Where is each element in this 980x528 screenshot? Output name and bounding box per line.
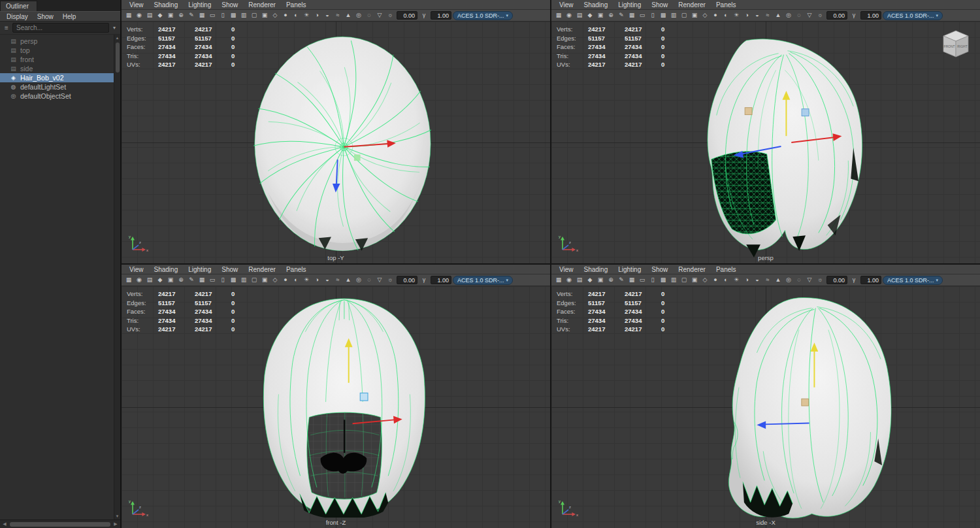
outliner-item[interactable]: ▤ front: [0, 55, 114, 64]
exposure-icon[interactable]: ☼: [385, 275, 395, 285]
viewport-menu-item[interactable]: Panels: [281, 266, 312, 273]
safe-title-icon[interactable]: ▣: [690, 275, 700, 285]
shaded-mode-icon[interactable]: ●: [281, 10, 291, 20]
exposure-field[interactable]: 0.00: [397, 11, 417, 20]
textured-mode-icon[interactable]: ◐: [721, 275, 731, 285]
select-camera-icon[interactable]: ▦: [554, 275, 564, 285]
x-ray-icon[interactable]: ▽: [375, 10, 385, 20]
gamma-field[interactable]: 1.00: [860, 276, 881, 284]
grease-pencil-icon[interactable]: ✎: [617, 275, 627, 285]
scrollbar-thumb[interactable]: [10, 522, 110, 527]
outliner-horizontal-scrollbar[interactable]: ◀ ▶: [0, 520, 120, 528]
film-gate-icon[interactable]: ▭: [208, 10, 218, 20]
camera-attributes-icon[interactable]: ▤: [575, 10, 585, 20]
viewport-canvas[interactable]: Verts: 24217 24217 0 Edges: 51157 51157 …: [551, 286, 980, 528]
exposure-icon[interactable]: ☼: [815, 275, 825, 285]
select-camera-icon[interactable]: ▦: [124, 10, 134, 20]
gamma-icon[interactable]: γ: [419, 275, 429, 285]
exposure-icon[interactable]: ☼: [385, 10, 395, 20]
safe-action-icon[interactable]: ▢: [679, 275, 689, 285]
viewport-menu-item[interactable]: Shading: [579, 1, 613, 8]
viewport-canvas[interactable]: Verts: 24217 24217 0 Edges: 51157 51157 …: [122, 286, 550, 528]
viewport-menu-item[interactable]: Renderer: [243, 266, 281, 273]
grease-pencil-icon[interactable]: ✎: [187, 10, 197, 20]
two-d-pan-zoom-icon[interactable]: ⊕: [606, 275, 616, 285]
safe-action-icon[interactable]: ▢: [679, 10, 689, 20]
outliner-menu-item[interactable]: Help: [58, 13, 81, 20]
film-gate-icon[interactable]: ▭: [638, 10, 647, 20]
image-plane-icon[interactable]: ▣: [596, 275, 606, 285]
two-d-pan-zoom-icon[interactable]: ⊕: [606, 10, 616, 20]
gamma-icon[interactable]: γ: [849, 10, 859, 20]
two-d-pan-zoom-icon[interactable]: ⊕: [176, 275, 186, 285]
textured-mode-icon[interactable]: ◐: [291, 275, 301, 285]
textured-mode-icon[interactable]: ◐: [291, 10, 301, 20]
viewport-menu-item[interactable]: Shading: [579, 266, 613, 273]
lock-camera-icon[interactable]: ◉: [564, 10, 574, 20]
ambient-occlusion-icon[interactable]: ◒: [753, 275, 762, 285]
viewport-menu-item[interactable]: Renderer: [243, 1, 281, 8]
shaded-mode-icon[interactable]: ●: [281, 275, 291, 285]
bookmark-icon[interactable]: ◆: [585, 10, 595, 20]
outliner-item[interactable]: ◎ defaultObjectSet: [0, 91, 114, 101]
scrollbar-thumb[interactable]: [116, 42, 120, 73]
grid-toggle-icon[interactable]: ▦: [197, 10, 207, 20]
viewport-menu-item[interactable]: View: [124, 1, 149, 8]
gate-mask-icon[interactable]: ▩: [229, 275, 238, 285]
motion-blur-icon[interactable]: ≈: [763, 275, 773, 285]
viewport-canvas[interactable]: Verts: 24217 24217 0 Edges: 51157 51157 …: [122, 22, 550, 263]
use-all-lights-icon[interactable]: ☀: [732, 275, 742, 285]
wireframe-icon[interactable]: ◇: [700, 275, 710, 285]
chevron-down-icon[interactable]: ▾: [111, 25, 118, 31]
scroll-down-icon[interactable]: ▼: [116, 513, 120, 520]
viewport-menu-item[interactable]: Panels: [711, 266, 742, 273]
shadows-icon[interactable]: ◑: [312, 275, 322, 285]
use-all-lights-icon[interactable]: ☀: [732, 10, 742, 20]
viewport-menu-item[interactable]: Show: [646, 1, 673, 8]
outliner-item[interactable]: ▤ persp: [0, 37, 114, 46]
grid-toggle-icon[interactable]: ▦: [627, 10, 637, 20]
viewport-menu-item[interactable]: Panels: [711, 1, 742, 8]
viewport-menu-item[interactable]: Shading: [149, 266, 184, 273]
isolate-select-icon[interactable]: ◌: [365, 10, 374, 20]
film-gate-icon[interactable]: ▭: [208, 275, 218, 285]
two-d-pan-zoom-icon[interactable]: ⊕: [176, 10, 186, 20]
exposure-icon[interactable]: ☼: [815, 10, 825, 20]
wireframe-icon[interactable]: ◇: [270, 275, 280, 285]
wireframe-icon[interactable]: ◇: [270, 10, 280, 20]
anti-aliasing-icon[interactable]: ▲: [344, 10, 353, 20]
viewport-menu-item[interactable]: Show: [216, 1, 243, 8]
x-ray-icon[interactable]: ▽: [375, 275, 385, 285]
viewport-menu-item[interactable]: Shading: [149, 1, 184, 8]
anti-aliasing-icon[interactable]: ▲: [774, 275, 783, 285]
field-chart-icon[interactable]: ▥: [239, 275, 249, 285]
field-chart-icon[interactable]: ▥: [239, 10, 249, 20]
resolution-gate-icon[interactable]: ▯: [648, 10, 658, 20]
gate-mask-icon[interactable]: ▩: [659, 275, 668, 285]
grid-toggle-icon[interactable]: ▦: [197, 275, 207, 285]
gate-mask-icon[interactable]: ▩: [229, 10, 238, 20]
viewport-menu-item[interactable]: Show: [216, 266, 243, 273]
grease-pencil-icon[interactable]: ✎: [187, 275, 197, 285]
textured-mode-icon[interactable]: ◐: [721, 10, 731, 20]
viewport-menu-item[interactable]: View: [124, 266, 149, 273]
bookmark-icon[interactable]: ◆: [155, 10, 165, 20]
isolate-select-icon[interactable]: ◌: [794, 10, 804, 20]
resolution-gate-icon[interactable]: ▯: [648, 275, 658, 285]
bookmark-icon[interactable]: ◆: [585, 275, 595, 285]
viewport-menu-item[interactable]: Lighting: [613, 1, 646, 8]
image-plane-icon[interactable]: ▣: [166, 10, 176, 20]
viewport-menu-item[interactable]: Lighting: [183, 1, 216, 8]
x-ray-icon[interactable]: ▽: [805, 10, 815, 20]
gamma-field[interactable]: 1.00: [431, 11, 451, 20]
field-chart-icon[interactable]: ▥: [669, 10, 679, 20]
image-plane-icon[interactable]: ▣: [166, 275, 176, 285]
x-ray-icon[interactable]: ▽: [805, 275, 815, 285]
wireframe-icon[interactable]: ◇: [700, 10, 710, 20]
lock-camera-icon[interactable]: ◉: [135, 275, 144, 285]
safe-action-icon[interactable]: ▢: [250, 275, 259, 285]
image-plane-icon[interactable]: ▣: [596, 10, 606, 20]
scroll-up-icon[interactable]: ▲: [116, 35, 120, 41]
viewport-menu-item[interactable]: Lighting: [183, 266, 216, 273]
select-camera-icon[interactable]: ▦: [554, 10, 564, 20]
